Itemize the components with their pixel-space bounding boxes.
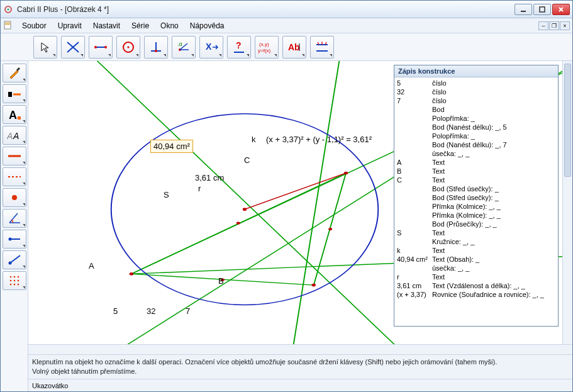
menu-napoveda[interactable]: Nápověda xyxy=(185,20,230,31)
menu-upravit[interactable]: Upravit xyxy=(53,20,87,31)
tool-segment[interactable] xyxy=(89,36,113,59)
tool-numeric[interactable]: .α xyxy=(172,36,196,59)
panel-row-right[interactable]: Rovnice (Souřadnice a rovnice): _, _ xyxy=(432,290,555,299)
panel-row-right[interactable]: Text xyxy=(432,246,555,255)
panel-row-right[interactable]: úsečka: _, _ xyxy=(432,149,555,158)
panel-row-left[interactable] xyxy=(397,140,430,149)
panel-row-right[interactable]: Text xyxy=(432,158,555,167)
panel-row-right[interactable]: Přímka (Kolmice): _, _ xyxy=(432,202,555,211)
mdi-minimize[interactable]: – xyxy=(538,21,548,30)
tool-circle[interactable] xyxy=(116,36,140,59)
label-B[interactable]: B xyxy=(218,276,224,286)
construction-panel[interactable]: Zápis konstrukce 5327ABCSk40,94 cm²r3,61… xyxy=(394,65,559,327)
panel-row-right[interactable]: Text (Vzdálenost a délka): _, _ xyxy=(432,281,555,290)
menu-serie[interactable]: Série xyxy=(126,20,154,31)
panel-row-right[interactable]: Polopřímka: _ xyxy=(432,132,555,140)
panel-row-right[interactable]: Text xyxy=(432,176,555,184)
circle-equation[interactable]: (x + 3,37)² + (y - 1,1)² = 3,61² xyxy=(266,135,372,144)
panel-row-left[interactable] xyxy=(397,237,430,246)
panel-row-left[interactable] xyxy=(397,220,430,228)
panel-row-left[interactable] xyxy=(397,193,430,202)
panel-row-right[interactable]: Bod (Průsečíky): _, _ xyxy=(432,220,555,228)
panel-row-left[interactable] xyxy=(397,184,430,193)
maximize-button[interactable] xyxy=(533,4,551,15)
panel-row-left[interactable] xyxy=(397,123,430,132)
panel-row-left[interactable] xyxy=(397,132,430,140)
tool-query[interactable]: ? xyxy=(227,36,251,59)
label-C[interactable]: C xyxy=(244,155,250,165)
side-ray-mark[interactable] xyxy=(3,250,26,269)
close-button[interactable] xyxy=(552,4,570,15)
panel-row-left[interactable] xyxy=(397,105,430,114)
panel-row-left[interactable]: C xyxy=(397,176,430,184)
panel-row-left[interactable] xyxy=(397,149,430,158)
panel-row-left[interactable] xyxy=(397,264,430,272)
panel-row-left[interactable]: A xyxy=(397,158,430,167)
circle-name-k[interactable]: k xyxy=(252,135,256,144)
side-line-solid[interactable] xyxy=(3,147,26,165)
panel-row-right[interactable]: Bod xyxy=(432,105,555,114)
panel-row-right[interactable]: Přímka (Kolmice): _, _ xyxy=(432,211,555,220)
panel-row-right[interactable]: Kružnice: _, _ xyxy=(432,237,555,246)
panel-row-right[interactable]: Text xyxy=(432,228,555,237)
tool-label[interactable]: Ab xyxy=(282,36,306,59)
tool-coords[interactable]: (x,y)y=f(x) xyxy=(255,36,279,59)
panel-row-right[interactable]: číslo xyxy=(432,96,555,105)
panel-row-left[interactable] xyxy=(397,114,430,123)
panel-row-right[interactable]: Bod (Nanést délku): _, 7 xyxy=(432,140,555,149)
tool-pointer[interactable] xyxy=(33,36,57,59)
panel-row-left[interactable]: k xyxy=(397,246,430,255)
num-7[interactable]: 7 xyxy=(186,306,190,316)
radius-value[interactable]: 3,61 cm xyxy=(195,173,224,182)
panel-row-left[interactable]: 40,94 cm² xyxy=(397,255,430,264)
num-5[interactable]: 5 xyxy=(113,306,118,316)
side-thickness[interactable] xyxy=(3,84,26,103)
panel-row-right[interactable]: Bod (Střed úsečky): _ xyxy=(432,184,555,193)
panel-row-left[interactable]: r xyxy=(397,272,430,281)
panel-row-right[interactable]: číslo xyxy=(432,79,555,87)
side-angle-mark[interactable] xyxy=(3,209,26,228)
radius-name[interactable]: r xyxy=(198,184,201,193)
num-32[interactable]: 32 xyxy=(147,306,155,316)
panel-row-left[interactable]: (x + 3,37) xyxy=(397,290,430,299)
panel-row-right[interactable]: Bod (Střed úsečky): _ xyxy=(432,193,555,202)
panel-row-right[interactable]: Text xyxy=(432,167,555,176)
panel-row-left[interactable] xyxy=(397,202,430,211)
label-A[interactable]: A xyxy=(89,261,94,271)
side-point-style[interactable] xyxy=(3,188,26,207)
panel-row-left[interactable]: 7 xyxy=(397,96,430,105)
panel-row-left[interactable]: 3,61 cm xyxy=(397,281,430,290)
panel-row-right[interactable]: Bod (Nanést délku): _, 5 xyxy=(432,123,555,132)
side-pencil[interactable] xyxy=(3,64,26,82)
menu-okno[interactable]: Okno xyxy=(155,20,184,31)
tool-perpendicular[interactable] xyxy=(144,36,168,59)
scroll-thumb[interactable] xyxy=(564,64,571,177)
menu-soubor[interactable]: Soubor xyxy=(17,20,52,31)
mdi-close[interactable]: × xyxy=(560,21,570,30)
panel-row-left[interactable] xyxy=(397,211,430,220)
tool-x-transform[interactable]: X xyxy=(199,36,223,59)
panel-row-right[interactable]: Polopřímka: _ xyxy=(432,114,555,123)
tool-hide-show[interactable] xyxy=(310,36,334,59)
side-line-dash[interactable] xyxy=(3,167,26,186)
label-S[interactable]: S xyxy=(164,190,169,199)
area-label[interactable]: 40,94 cm² xyxy=(150,140,193,153)
tool-lines[interactable] xyxy=(61,36,85,59)
panel-row-left[interactable]: S xyxy=(397,228,430,237)
side-segment-mark[interactable] xyxy=(3,230,26,249)
vertical-scrollbar[interactable] xyxy=(562,61,572,344)
panel-row-left[interactable]: 5 xyxy=(397,79,430,87)
drawing-canvas[interactable]: 40,94 cm² k (x + 3,37)² + (y - 1,1)² = 3… xyxy=(28,61,562,344)
mdi-restore[interactable]: ❐ xyxy=(549,21,559,30)
minimize-button[interactable] xyxy=(515,4,532,15)
panel-row-right[interactable]: úsečka: _, _ xyxy=(432,264,555,272)
panel-row-right[interactable]: číslo xyxy=(432,87,555,96)
panel-row-right[interactable]: Text xyxy=(432,272,555,281)
side-font-bold[interactable]: A xyxy=(3,105,26,124)
horizontal-scrollbar[interactable] xyxy=(28,344,572,354)
menu-nastavit[interactable]: Nastavit xyxy=(88,20,125,31)
side-font-italic[interactable]: AA xyxy=(3,126,26,145)
panel-row-right[interactable]: Text (Obsah): _ xyxy=(432,255,555,264)
panel-row-left[interactable]: B xyxy=(397,167,430,176)
side-grid[interactable] xyxy=(3,271,26,290)
